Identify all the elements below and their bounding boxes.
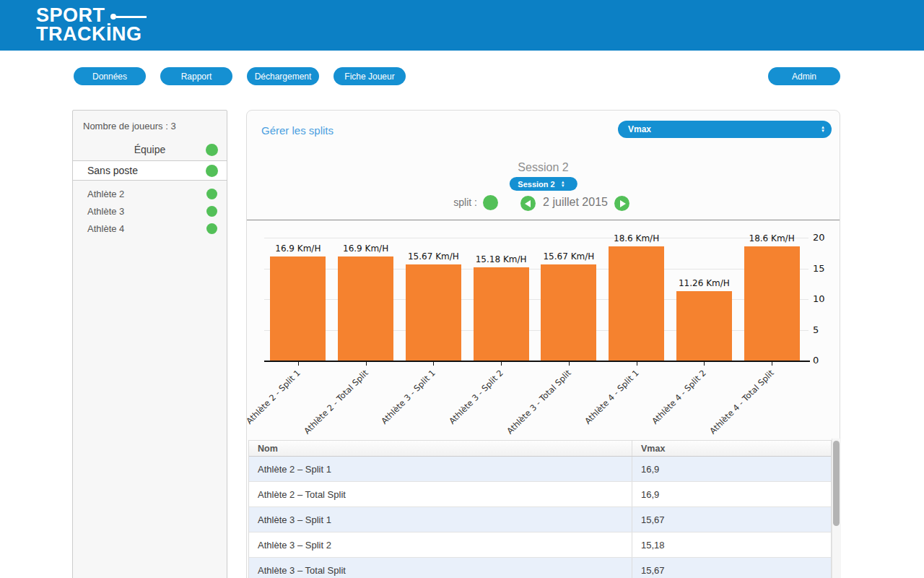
nav-button-3[interactable]: Déchargement	[247, 67, 319, 85]
sidebar-item-athlete-2[interactable]: Athlète 2	[73, 185, 227, 202]
cell-nom: Athlète 2 – Split 1	[249, 457, 632, 481]
bar-value-label: 11.26 Km/H	[657, 278, 751, 288]
x-axis-line	[264, 361, 810, 362]
results-table-body: Athlète 2 – Split 116,9Athlète 2 – Total…	[249, 457, 831, 578]
bar-value-label: 15.67 Km/H	[522, 251, 616, 262]
cell-vmax: 16,9	[632, 457, 831, 481]
next-date-button[interactable]	[614, 196, 629, 211]
athlete-label: Athlète 2	[87, 189, 124, 199]
up-down-arrows-icon: ▲▼	[821, 126, 825, 133]
session-heading: Session 2	[247, 161, 840, 174]
session-select-value: Session 2	[518, 180, 554, 189]
cell-vmax: 16,9	[632, 482, 831, 506]
cell-nom: Athlète 2 – Total Split	[249, 482, 632, 506]
cell-nom: Athlète 3 – Split 2	[249, 532, 632, 557]
chart-bar	[541, 264, 596, 361]
chart-bar	[676, 291, 732, 361]
chart-bar	[609, 246, 664, 361]
player-count-label: Nombre de joueurs : 3	[73, 111, 227, 139]
x-axis-tick	[501, 362, 502, 366]
column-header-vmax: Vmax	[632, 441, 831, 456]
x-axis-tick	[433, 362, 434, 366]
table-scrollbar	[832, 439, 841, 578]
y-axis-tick-label: 10	[813, 293, 834, 304]
admin-button[interactable]: Admin	[768, 67, 840, 85]
up-down-arrows-icon: ▲▼	[561, 181, 565, 188]
logo-ball-trail-icon	[110, 14, 147, 20]
sidebar-item-athlete-3[interactable]: Athlète 3	[73, 202, 227, 220]
nav-button-4[interactable]: Fiche Joueur	[334, 67, 406, 85]
previous-date-button[interactable]	[520, 196, 536, 211]
metric-select[interactable]: Vmax ▲▼	[618, 121, 832, 138]
athlete-label: Athlète 3	[87, 206, 124, 217]
x-axis-tick	[637, 362, 637, 366]
green-dot-icon	[206, 189, 217, 199]
column-header-nom: Nom	[249, 441, 632, 456]
no-position-label: Sans poste	[87, 165, 138, 176]
chart-bar	[406, 264, 461, 361]
chart-bar	[474, 267, 529, 361]
results-table: Nom Vmax Athlète 2 – Split 116,9Athlète …	[248, 440, 832, 578]
y-axis-tick-label: 15	[813, 263, 834, 274]
sport-tracking-logo: SPORT TRACKİNG	[36, 6, 147, 44]
cell-vmax: 15,67	[632, 558, 831, 578]
chart-bar	[270, 256, 326, 361]
table-row: Athlète 3 – Total Split15,67	[249, 558, 831, 578]
bar-chart: 0510152016.9 Km/HAthlète 2 - Split 116.9…	[247, 220, 840, 435]
bar-value-label: 18.6 Km/H	[725, 233, 819, 243]
table-row: Athlète 2 – Total Split16,9	[249, 482, 831, 507]
team-label: Équipe	[134, 144, 166, 155]
athlete-list: Athlète 2Athlète 3Athlète 4	[73, 185, 227, 237]
right-arrow-icon	[620, 200, 626, 207]
nav-button-1[interactable]: Données	[74, 67, 146, 85]
nav-button-2[interactable]: Rapport	[160, 67, 232, 85]
session-select[interactable]: Session 2 ▲▼	[509, 177, 577, 191]
logo-text-sport: SPORT	[36, 6, 105, 25]
top-banner: SPORT TRACKİNG	[0, 0, 924, 51]
chart-bar	[338, 256, 393, 361]
logo-text-tracking: TRACKİNG	[36, 25, 147, 44]
table-row: Athlète 3 – Split 215,18	[249, 532, 831, 558]
y-axis-tick-label: 0	[813, 355, 834, 366]
table-row: Athlète 2 – Split 116,9	[249, 457, 831, 482]
page-title: Gérer les splits	[261, 124, 334, 137]
session-date: 2 juillet 2015	[537, 196, 614, 209]
chart-bar	[744, 246, 800, 361]
sidebar-item-athlete-4[interactable]: Athlète 4	[73, 220, 227, 237]
table-scrollbar-thumb[interactable]	[833, 441, 840, 526]
x-axis-tick	[704, 362, 705, 366]
players-sidebar: Nombre de joueurs : 3 Équipe Sans poste …	[72, 110, 227, 578]
sidebar-item-no-position[interactable]: Sans poste	[73, 160, 227, 181]
green-dot-icon	[206, 165, 218, 177]
split-indicator-dot[interactable]	[483, 195, 498, 210]
y-axis-tick-label: 5	[813, 324, 834, 335]
x-axis-tick	[366, 362, 367, 366]
cell-vmax: 15,18	[632, 532, 831, 557]
left-arrow-icon	[525, 200, 531, 207]
metric-select-value: Vmax	[618, 124, 821, 134]
x-axis-tick	[569, 362, 570, 366]
splits-panel: Gérer les splits Vmax ▲▼ Session 2 Sessi…	[246, 110, 840, 578]
table-row: Athlète 3 – Split 115,67	[249, 507, 831, 532]
sidebar-item-team[interactable]: Équipe	[73, 139, 227, 160]
cell-nom: Athlète 3 – Total Split	[249, 558, 632, 578]
table-header: Nom Vmax	[249, 441, 831, 457]
cell-nom: Athlète 3 – Split 1	[249, 507, 632, 532]
bar-value-label: 18.6 Km/H	[590, 233, 684, 243]
cell-vmax: 15,67	[632, 507, 831, 532]
green-dot-icon	[206, 144, 218, 156]
x-axis-tick	[772, 362, 772, 366]
athlete-label: Athlète 4	[87, 223, 124, 234]
green-dot-icon	[206, 206, 217, 217]
x-axis-tick	[298, 362, 299, 366]
split-label: split :	[427, 197, 477, 208]
green-dot-icon	[206, 223, 217, 234]
